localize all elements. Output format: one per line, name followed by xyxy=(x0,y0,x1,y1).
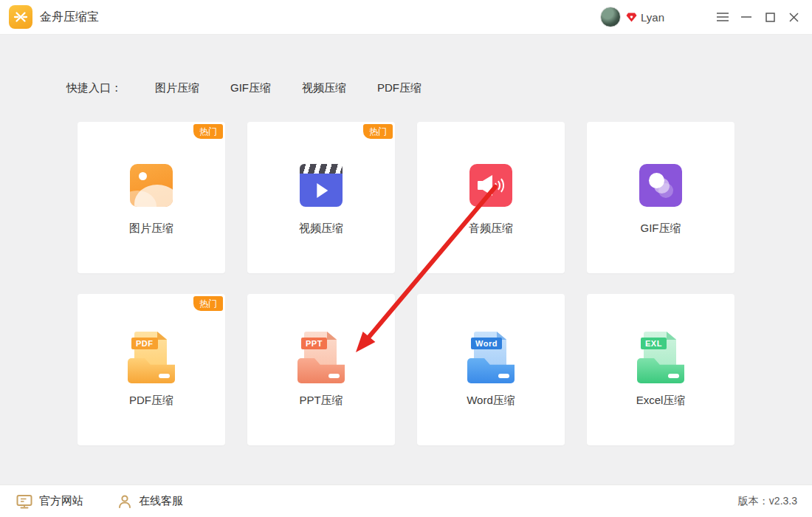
card-label: PPT压缩 xyxy=(299,394,343,408)
close-icon[interactable] xyxy=(785,9,802,25)
audio-speaker-icon xyxy=(469,164,512,207)
online-support-label: 在线客服 xyxy=(139,494,183,508)
footer-bar: 官方网站 在线客服 版本：v2.3.3 xyxy=(0,485,812,517)
video-clapper-icon xyxy=(300,164,343,207)
menu-icon[interactable] xyxy=(715,9,731,25)
excel-compress-card[interactable]: EXL Excel压缩 xyxy=(587,294,734,445)
card-label: 音频压缩 xyxy=(469,222,513,236)
audio-compress-card[interactable]: 音频压缩 xyxy=(417,122,565,273)
ppt-folder-icon: PPT xyxy=(297,332,345,383)
vip-gem-icon xyxy=(626,13,637,22)
card-label: Word压缩 xyxy=(467,394,515,408)
word-folder-icon: Word xyxy=(467,332,515,383)
card-label: 视频压缩 xyxy=(299,222,343,236)
ppt-compress-card[interactable]: PPT PPT压缩 xyxy=(247,294,395,445)
maximize-icon[interactable] xyxy=(762,9,778,25)
app-logo-icon xyxy=(9,5,32,29)
tool-card-grid: 热门 图片压缩 热门 视频压缩 音频压缩 xyxy=(78,122,734,445)
gif-compress-card[interactable]: GIF压缩 xyxy=(587,122,734,273)
user-avatar[interactable] xyxy=(600,7,621,27)
hot-badge: 热门 xyxy=(363,124,393,139)
version-label: 版本：v2.3.3 xyxy=(738,495,797,508)
quick-link-image[interactable]: 图片压缩 xyxy=(155,81,199,95)
quick-link-pdf[interactable]: PDF压缩 xyxy=(377,81,422,95)
card-label: GIF压缩 xyxy=(641,222,681,236)
monitor-icon xyxy=(16,494,32,509)
app-title: 金舟压缩宝 xyxy=(40,10,99,25)
card-label: Excel压缩 xyxy=(636,394,686,408)
video-compress-card[interactable]: 热门 视频压缩 xyxy=(247,122,395,273)
quick-access-bar: 快捷入口： 图片压缩 GIF压缩 视频压缩 PDF压缩 xyxy=(66,81,453,95)
image-icon xyxy=(130,164,173,207)
hot-badge: 热门 xyxy=(193,124,223,139)
pdf-compress-card[interactable]: 热门 PDF PDF压缩 xyxy=(78,294,225,445)
title-bar: 金舟压缩宝 Lyan xyxy=(0,0,812,35)
user-name[interactable]: Lyan xyxy=(641,11,664,24)
quick-link-gif[interactable]: GIF压缩 xyxy=(230,81,271,95)
card-label: 图片压缩 xyxy=(129,222,173,236)
online-support-link[interactable]: 在线客服 xyxy=(117,494,183,509)
person-icon xyxy=(117,494,132,509)
card-label: PDF压缩 xyxy=(129,394,173,408)
window-controls xyxy=(707,9,802,25)
quick-link-video[interactable]: 视频压缩 xyxy=(302,81,346,95)
official-website-label: 官方网站 xyxy=(39,494,83,508)
gif-motion-icon xyxy=(639,164,682,207)
word-compress-card[interactable]: Word Word压缩 xyxy=(417,294,565,445)
pdf-folder-icon: PDF xyxy=(128,332,175,383)
hot-badge: 热门 xyxy=(193,296,223,311)
quick-access-label: 快捷入口： xyxy=(66,81,122,95)
minimize-icon[interactable] xyxy=(738,9,754,25)
official-website-link[interactable]: 官方网站 xyxy=(16,494,83,509)
image-compress-card[interactable]: 热门 图片压缩 xyxy=(78,122,225,273)
excel-folder-icon: EXL xyxy=(637,332,684,383)
